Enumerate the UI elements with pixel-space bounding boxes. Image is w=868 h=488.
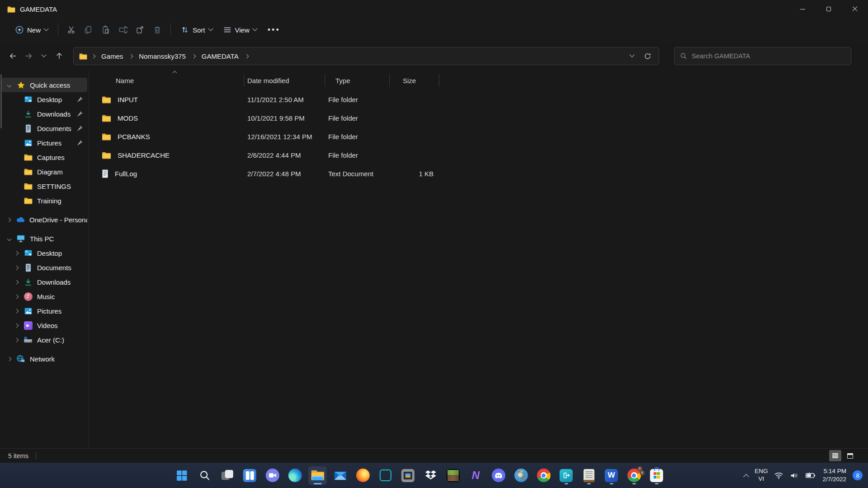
up-button[interactable] — [52, 48, 67, 64]
task-view-button[interactable] — [218, 466, 236, 485]
search-input[interactable] — [692, 52, 845, 60]
sidebar-item-videos[interactable]: ▶ Videos — [2, 318, 87, 333]
sort-button[interactable]: Sort — [175, 22, 218, 38]
dropbox-button[interactable] — [421, 466, 440, 485]
column-divider[interactable] — [389, 74, 390, 87]
sidebar-scrollbar[interactable] — [0, 74, 2, 128]
breadcrumb-gamedata[interactable]: GAMEDATA — [198, 51, 242, 62]
language-indicator[interactable]: ENG VI — [755, 468, 768, 483]
battery-charging-icon[interactable] — [805, 472, 816, 479]
copy-button[interactable] — [80, 22, 97, 38]
sidebar-item-quick-access[interactable]: Quick access — [2, 78, 87, 92]
close-button[interactable] — [842, 0, 868, 18]
column-divider[interactable] — [439, 74, 439, 87]
text-document-icon — [102, 169, 108, 178]
sidebar-item-acer-c[interactable]: Acer (C:) — [2, 333, 87, 347]
column-header-type[interactable]: Type — [325, 77, 389, 84]
wifi-icon[interactable] — [774, 472, 783, 479]
recent-locations-button[interactable] — [36, 48, 52, 64]
minecraft-button[interactable] — [444, 466, 462, 485]
sidebar-item-pc-pictures[interactable]: Pictures — [2, 304, 87, 318]
chrome-profile-button[interactable]: T T — [625, 466, 643, 485]
notepad-button[interactable] — [580, 466, 598, 485]
teal-emblem-app-button[interactable] — [376, 466, 395, 485]
maximize-button[interactable] — [816, 0, 842, 18]
delete-button[interactable] — [149, 22, 166, 38]
refresh-button[interactable] — [640, 48, 655, 64]
address-dropdown-button[interactable] — [624, 48, 640, 64]
sidebar-item-desktop[interactable]: Desktop — [2, 92, 87, 107]
more-options-button[interactable]: ••• — [262, 22, 286, 38]
file-row-input[interactable]: INPUT 11/1/2021 2:50 AM File folder — [98, 90, 868, 109]
sidebar-item-settings[interactable]: SETTINGS — [2, 179, 87, 193]
sidebar-item-downloads[interactable]: Downloads — [2, 107, 87, 121]
search-box[interactable] — [674, 47, 851, 65]
clock[interactable]: 5:14 PM 2/7/2022 — [822, 467, 846, 483]
export-arrow-app-button[interactable] — [557, 466, 576, 485]
minimize-button[interactable] — [789, 0, 816, 18]
large-icons-view-button[interactable] — [844, 450, 856, 461]
chevron-down-icon — [7, 83, 11, 87]
chat-button[interactable] — [263, 466, 282, 485]
sidebar-item-music[interactable]: ♪ Music — [2, 289, 87, 304]
breadcrumb-separator-icon — [129, 54, 133, 58]
column-divider[interactable] — [325, 74, 325, 87]
sidebar-item-pictures[interactable]: Pictures — [2, 136, 87, 150]
widgets-button[interactable] — [241, 466, 259, 485]
file-row-mods[interactable]: MODS 10/1/2021 9:58 PM File folder — [98, 109, 868, 127]
sidebar-item-pc-documents[interactable]: Documents — [2, 260, 87, 275]
edge-browser-button[interactable] — [286, 466, 304, 485]
discord-button[interactable] — [489, 466, 508, 485]
search-button[interactable] — [195, 466, 214, 485]
taskbar: N W — [0, 463, 868, 488]
file-explorer-button[interactable] — [308, 466, 327, 485]
breadcrumb-separator-icon — [191, 54, 196, 58]
view-button[interactable]: View — [218, 22, 262, 38]
start-button[interactable] — [173, 466, 191, 485]
sidebar-item-training[interactable]: Training — [2, 193, 87, 208]
firefox-button[interactable] — [354, 466, 372, 485]
paste-button[interactable] — [97, 22, 114, 38]
share-button[interactable] — [132, 22, 149, 38]
chrome-button[interactable] — [534, 466, 553, 485]
edge-icon — [288, 469, 302, 482]
sidebar-item-label: This PC — [30, 235, 54, 243]
hidden-icons-chevron-icon[interactable] — [743, 474, 749, 479]
paint-button[interactable] — [512, 466, 530, 485]
mail-button[interactable] — [331, 466, 349, 485]
volume-icon[interactable] — [790, 472, 799, 479]
sidebar-item-captures[interactable]: Captures — [2, 150, 87, 164]
breadcrumb-nomanssky375[interactable]: Nomanssky375 — [135, 51, 189, 62]
details-view-button[interactable] — [829, 450, 841, 461]
back-button[interactable] — [5, 48, 21, 64]
sidebar-item-diagram[interactable]: Diagram — [2, 164, 87, 179]
column-divider[interactable] — [244, 74, 244, 87]
sidebar-item-network[interactable]: Network — [2, 352, 87, 366]
sidebar-item-label: Quick access — [30, 81, 70, 89]
sidebar-item-onedrive[interactable]: OneDrive - Personal — [2, 212, 87, 227]
rename-button[interactable] — [114, 22, 132, 38]
column-header-size[interactable]: Size — [389, 77, 439, 84]
photos-app-button[interactable] — [399, 466, 417, 485]
address-bar[interactable]: Games Nomanssky375 GAMEDATA — [73, 47, 659, 65]
sidebar-item-this-pc[interactable]: This PC — [2, 231, 87, 246]
system-tray: ENG VI 5:14 PM 2/7/2022 8 — [744, 463, 868, 488]
file-row-pcbanks[interactable]: PCBANKS 12/16/2021 12:34 PM File folder — [98, 127, 868, 146]
sidebar-item-label: SETTINGS — [37, 183, 71, 190]
breadcrumb-games[interactable]: Games — [98, 51, 127, 62]
sidebar-item-pc-downloads[interactable]: Downloads — [2, 275, 87, 289]
column-header-name[interactable]: Name — [98, 77, 244, 84]
sidebar-item-documents[interactable]: Documents — [2, 121, 87, 136]
word-button[interactable]: W — [602, 466, 621, 485]
notification-count-badge[interactable]: 8 — [853, 470, 863, 480]
chevron-down-icon — [252, 26, 257, 31]
file-row-shadercache[interactable]: SHADERCACHE 2/6/2022 4:44 PM File folder — [98, 146, 868, 164]
cut-button[interactable] — [63, 22, 80, 38]
new-button[interactable]: New — [10, 22, 53, 38]
microsoft-store-button[interactable] — [647, 466, 666, 485]
visual-studio-button[interactable]: N — [467, 466, 485, 485]
file-row-fulllog[interactable]: FullLog 2/7/2022 4:48 PM Text Document 1… — [98, 164, 868, 183]
sidebar-item-pc-desktop[interactable]: Desktop — [2, 246, 87, 260]
column-header-date-modified[interactable]: Date modified — [244, 77, 325, 84]
forward-button[interactable] — [21, 48, 36, 64]
